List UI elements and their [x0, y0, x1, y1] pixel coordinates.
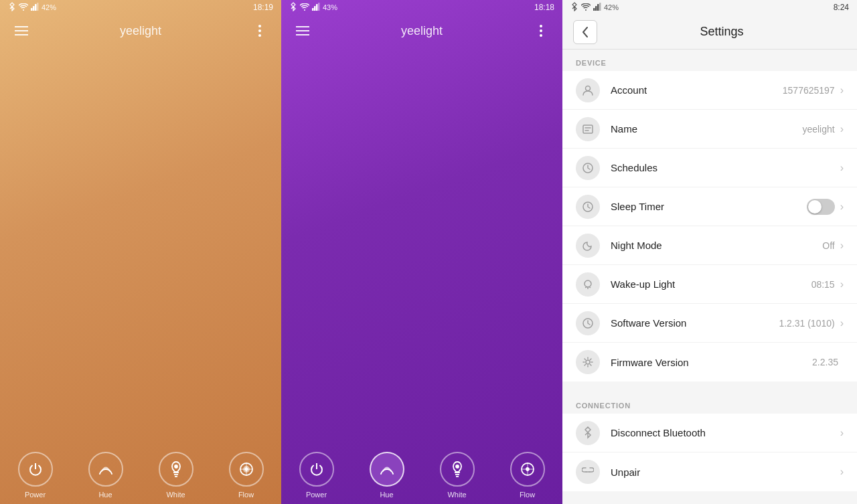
- bottom-controls-p1: Power Hue: [0, 444, 281, 504]
- bluetooth-icon-p1: [8, 2, 16, 13]
- flow-label-p2: Flow: [520, 491, 535, 499]
- flow-label-p1: Flow: [238, 491, 254, 499]
- status-bar-settings: 42% 8:24: [562, 0, 857, 15]
- svg-point-21: [540, 29, 542, 32]
- sleep-timer-label: Sleep Timer: [611, 201, 807, 212]
- hue-button-p1[interactable]: Hue: [84, 452, 127, 499]
- firmware-version-item[interactable]: Firmware Version 2.2.35: [562, 343, 857, 382]
- time-settings: 8:24: [834, 3, 849, 12]
- hue-icon-wrap-p1: [88, 452, 123, 487]
- power-icon-wrap-p2: [299, 452, 334, 487]
- svg-point-9: [258, 34, 261, 37]
- bluetooth-disconnect-icon: [576, 421, 600, 445]
- toggle-thumb: [808, 200, 822, 214]
- settings-body: DEVICE Account 1577625197 ›: [562, 50, 857, 504]
- power-button-p2[interactable]: Power: [295, 452, 338, 499]
- name-value: yeelight: [802, 124, 834, 135]
- panel-warm: 42% 18:19 yeelight: [0, 0, 281, 504]
- flow-icon-wrap-p1: [229, 452, 264, 487]
- disconnect-bluetooth-chevron: ›: [840, 427, 844, 439]
- settings-title: Settings: [597, 25, 846, 39]
- menu-button-p1[interactable]: [11, 20, 32, 41]
- account-value: 1577625197: [783, 85, 835, 96]
- schedules-item[interactable]: Schedules ›: [562, 149, 857, 187]
- panel-content-p2: [281, 47, 562, 444]
- flow-button-p1[interactable]: Flow: [225, 452, 268, 499]
- white-icon-wrap-p2: [440, 452, 475, 487]
- connection-settings-list: Disconnect Bluetooth › Unpair ›: [562, 414, 857, 491]
- white-label-p2: White: [447, 491, 466, 499]
- wakeup-icon: [576, 272, 600, 297]
- svg-rect-2: [35, 4, 37, 11]
- more-button-p1[interactable]: [249, 20, 270, 41]
- night-mode-item[interactable]: Night Mode Off ›: [562, 226, 857, 265]
- more-button-p2[interactable]: [530, 20, 552, 41]
- device-settings-list: Account 1577625197 › Name yeelight ›: [562, 71, 857, 382]
- power-label-p1: Power: [25, 491, 46, 499]
- app-header-p2: yeelight: [281, 15, 562, 47]
- schedules-chevron: ›: [840, 162, 844, 174]
- power-button-p1[interactable]: Power: [14, 452, 57, 499]
- wakeup-value: 08:15: [811, 279, 835, 290]
- unpair-icon: [576, 460, 600, 484]
- sleep-timer-toggle-wrap: [807, 199, 835, 215]
- name-chevron: ›: [840, 123, 844, 135]
- disconnect-bluetooth-item[interactable]: Disconnect Bluetooth ›: [562, 414, 857, 452]
- hue-button-p2[interactable]: Hue: [366, 452, 408, 499]
- status-icons-settings: 42%: [570, 2, 619, 13]
- unpair-item[interactable]: Unpair ›: [562, 452, 857, 491]
- time-p2: 18:18: [534, 3, 554, 12]
- svg-rect-28: [597, 4, 599, 11]
- flow-icon-wrap-p2: [510, 452, 545, 487]
- svg-rect-31: [583, 125, 593, 133]
- battery-p1: 42%: [42, 3, 56, 11]
- svg-point-23: [456, 465, 459, 468]
- disconnect-bluetooth-label: Disconnect Bluetooth: [611, 427, 840, 438]
- device-section-label: DEVICE: [562, 50, 857, 71]
- white-button-p2[interactable]: White: [436, 452, 479, 499]
- unpair-chevron: ›: [840, 466, 844, 478]
- wifi-icon-p1: [19, 3, 28, 12]
- name-item[interactable]: Name yeelight ›: [562, 110, 857, 149]
- hue-label-p2: Hue: [380, 491, 393, 499]
- panel-settings: 42% 8:24 Settings DEVICE Account: [562, 0, 857, 504]
- unpair-label: Unpair: [611, 467, 840, 478]
- flow-button-p2[interactable]: Flow: [506, 452, 549, 499]
- svg-point-12: [245, 468, 248, 471]
- svg-point-35: [586, 360, 590, 364]
- power-label-p2: Power: [306, 491, 327, 499]
- section-gap: [562, 382, 857, 392]
- menu-button-p2[interactable]: [292, 20, 313, 41]
- white-button-p1[interactable]: White: [155, 452, 198, 499]
- bottom-controls-p2: Power Hue: [281, 444, 562, 504]
- name-icon: [576, 117, 600, 141]
- wakeup-light-item[interactable]: Wake-up Light 08:15 ›: [562, 265, 857, 304]
- battery-settings: 42%: [604, 3, 619, 11]
- svg-rect-27: [595, 6, 597, 11]
- svg-point-20: [540, 25, 542, 27]
- sleep-timer-toggle[interactable]: [807, 199, 835, 215]
- account-chevron: ›: [840, 84, 844, 96]
- status-bar-panel1: 42% 18:19: [0, 0, 281, 15]
- night-mode-value: Off: [822, 240, 834, 251]
- software-version-value: 1.2.31 (1010): [779, 318, 834, 329]
- wakeup-chevron: ›: [840, 278, 844, 290]
- sleep-timer-item[interactable]: Sleep Timer ›: [562, 187, 857, 226]
- schedules-label: Schedules: [611, 162, 840, 173]
- back-button[interactable]: [573, 20, 597, 44]
- app-header-p1: yeelight: [0, 15, 281, 47]
- svg-point-7: [258, 25, 261, 27]
- svg-point-8: [258, 29, 261, 32]
- svg-point-30: [586, 86, 591, 90]
- svg-rect-3: [37, 3, 39, 11]
- bluetooth-icon-settings: [570, 2, 578, 13]
- hue-icon-wrap-p2: [370, 452, 404, 487]
- software-version-item[interactable]: Software Version 1.2.31 (1010) ›: [562, 304, 857, 343]
- svg-rect-14: [314, 6, 316, 11]
- time-p1: 18:19: [253, 3, 273, 12]
- night-mode-label: Night Mode: [611, 240, 822, 251]
- white-icon-wrap-p1: [159, 452, 193, 487]
- account-item[interactable]: Account 1577625197 ›: [562, 71, 857, 110]
- hue-label-p1: Hue: [98, 491, 112, 499]
- night-mode-icon: [576, 234, 600, 258]
